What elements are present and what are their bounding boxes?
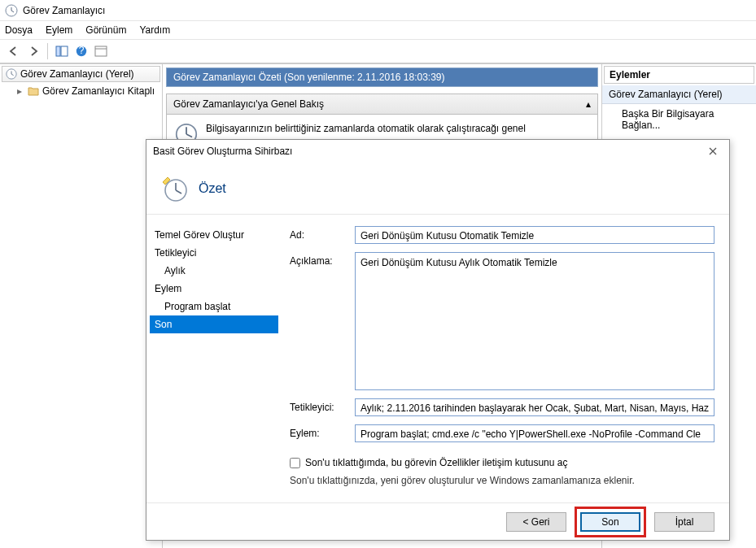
row-description: Açıklama: Geri Dönüşüm Kutusu Aylık Otom… [290, 252, 714, 390]
open-properties-checkbox[interactable] [290, 458, 300, 468]
menu-action[interactable]: Eylem [46, 24, 72, 36]
summary-panel-title: Görev Zamanlayıcı Özeti (Son yenilenme: … [166, 67, 598, 87]
wizard-titlebar: Basit Görev Oluşturma Sihirbazı [146, 140, 729, 163]
finish-button[interactable]: Son [580, 512, 640, 532]
action-field: Program başlat; cmd.exe /c "echo Y|Power… [355, 424, 714, 442]
svg-rect-3 [56, 46, 60, 56]
nav-trigger[interactable]: Tetikleyici [150, 244, 278, 262]
open-properties-row: Son'u tıklattığımda, bu görevin Özellikl… [290, 457, 714, 468]
menu-file[interactable]: Dosya [5, 24, 33, 36]
cancel-button[interactable]: İptal [654, 512, 714, 532]
nav-finish[interactable]: Son [150, 315, 278, 333]
toolbar-divider [47, 43, 48, 59]
row-trigger: Tetikleyici: Aylık; 2.11.2016 tarihinden… [290, 398, 714, 416]
overview-header[interactable]: Görev Zamanlayıcı'ya Genel Bakış ▴ [167, 94, 597, 115]
wizard-body: Temel Görev Oluştur Tetikleyici Aylık Ey… [146, 215, 729, 502]
label-description: Açıklama: [290, 252, 348, 267]
tree-panel: Görev Zamanlayıcı (Yerel) ▸ Görev Zamanl… [0, 64, 163, 548]
tree-root-label: Görev Zamanlayıcı (Yerel) [20, 68, 134, 80]
svg-rect-7 [95, 46, 107, 56]
clock-icon [6, 68, 17, 80]
close-button[interactable] [703, 144, 723, 159]
menu-bar: Dosya Eylem Görünüm Yardım [0, 21, 756, 39]
wizard-buttons: < Geri Son İptal [146, 502, 729, 540]
wizard-nav: Temel Görev Oluştur Tetikleyici Aylık Ey… [146, 215, 282, 502]
nav-action-start-program[interactable]: Program başlat [150, 298, 278, 315]
properties-button[interactable] [92, 42, 110, 60]
tree-item-library[interactable]: ▸ Görev Zamanlayıcı Kitaplı [0, 84, 162, 98]
trigger-field: Aylık; 2.11.2016 tarihinden başlayarak h… [355, 398, 714, 416]
window-title: Görev Zamanlayıcı [23, 5, 105, 16]
nav-trigger-monthly[interactable]: Aylık [150, 262, 278, 280]
tree-expand-icon[interactable]: ▸ [15, 85, 24, 97]
menu-help[interactable]: Yardım [139, 24, 170, 36]
tree-root[interactable]: Görev Zamanlayıcı (Yerel) [2, 66, 160, 82]
create-task-wizard: Basit Görev Oluşturma Sihirbazı Özet Tem… [146, 139, 730, 541]
app-clock-icon [5, 4, 18, 17]
label-action: Eylem: [290, 424, 348, 439]
wizard-form: Ad: Geri Dönüşüm Kutusu Otomatik Temizle… [282, 215, 729, 502]
title-bar: Görev Zamanlayıcı [0, 0, 756, 21]
label-name: Ad: [290, 226, 348, 241]
action-label: Başka Bir Bilgisayara Bağlan... [622, 108, 749, 131]
back-button[interactable]: < Geri [506, 512, 566, 532]
back-button[interactable] [5, 42, 23, 60]
help-button[interactable]: ? [72, 42, 90, 60]
collapse-icon[interactable]: ▴ [586, 98, 591, 110]
nav-create-task[interactable]: Temel Görev Oluştur [150, 226, 278, 244]
wizard-title: Basit Görev Oluşturma Sihirbazı [153, 146, 292, 157]
row-action: Eylem: Program başlat; cmd.exe /c "echo … [290, 424, 714, 442]
actions-header: Eylemler [604, 66, 754, 84]
svg-rect-4 [61, 46, 68, 56]
actions-section: Görev Zamanlayıcı (Yerel) [602, 85, 756, 104]
tree-item-label: Görev Zamanlayıcı Kitaplı [42, 85, 155, 97]
name-field[interactable]: Geri Dönüşüm Kutusu Otomatik Temizle [355, 226, 714, 244]
finish-note: Son'u tıklattığınızda, yeni görev oluştu… [290, 475, 714, 486]
wizard-header: Özet [146, 163, 729, 215]
finish-highlight: Son [575, 507, 646, 537]
close-icon [709, 147, 717, 155]
checkbox-label: Son'u tıklattığımda, bu görevin Özellikl… [305, 457, 567, 468]
toolbar: ? [0, 39, 756, 63]
forward-button[interactable] [24, 42, 42, 60]
overview-text: Bilgisayarınızın belirttiğiniz zamanlard… [206, 123, 526, 134]
wizard-header-icon [160, 174, 189, 203]
show-hide-tree-button[interactable] [53, 42, 71, 60]
description-field[interactable]: Geri Dönüşüm Kutusu Aylık Otomatik Temiz… [355, 252, 714, 390]
label-trigger: Tetikleyici: [290, 398, 348, 413]
overview-title: Görev Zamanlayıcı'ya Genel Bakış [173, 98, 324, 110]
svg-text:?: ? [79, 46, 85, 56]
nav-action[interactable]: Eylem [150, 280, 278, 298]
folder-icon [28, 85, 39, 97]
wizard-heading: Özet [199, 181, 226, 196]
row-name: Ad: Geri Dönüşüm Kutusu Otomatik Temizle [290, 226, 714, 244]
menu-view[interactable]: Görünüm [85, 24, 126, 36]
action-connect[interactable]: Başka Bir Bilgisayara Bağlan... [602, 104, 756, 135]
